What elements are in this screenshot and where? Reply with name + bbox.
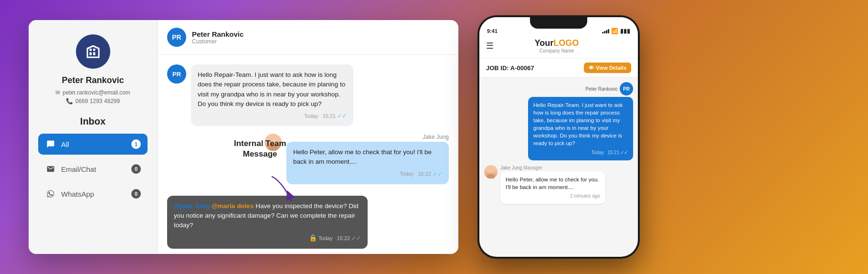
- bar4: [608, 29, 609, 33]
- bar2: [604, 31, 605, 33]
- inbox-items: All 1 Email/Chat 0: [38, 134, 148, 204]
- customer-msg-time: Today 15:21 ✓✓: [198, 112, 347, 120]
- internal-annotation: Internal Team Message: [234, 138, 286, 159]
- chat-contact-role: Customer: [192, 38, 243, 45]
- main-container: Peter Rankovic ✉ peter.rankovic@email.co…: [0, 0, 868, 274]
- phone-checkmark: ✓✓: [620, 149, 628, 156]
- whatsapp-icon: [45, 188, 56, 200]
- internal-msg-time: 🔒 Today 15:22 ✓✓: [174, 233, 361, 243]
- phone-pr-badge: PR: [620, 82, 633, 95]
- phone-messages: Peter Rankovic PR Hello Repair-Team. I j…: [479, 77, 638, 240]
- all-label: All: [61, 140, 127, 148]
- agent-message: Jake Jung Hello Peter, allow me to check…: [286, 134, 449, 184]
- hamburger-icon[interactable]: ☰: [486, 41, 494, 51]
- contact-name: Peter Rankovic: [62, 75, 124, 85]
- phone-msg-sender-row: Peter Rankovic PR Hello Repair-Team. I j…: [484, 82, 633, 160]
- chat-contact-name: Peter Rankovic: [192, 30, 243, 38]
- email-icon: [45, 163, 56, 175]
- agent-sender: Jake Jung: [286, 134, 449, 140]
- building-icon: [85, 43, 102, 60]
- phone-agent-avatar: [484, 165, 498, 179]
- chat-messages: Internal Team Message PR: [158, 55, 458, 254]
- phone-agent-face: [484, 165, 498, 179]
- phone-agent-bubble: Hello Peter, allow me to check for you. …: [500, 171, 605, 204]
- lock-icon: 🔒: [309, 233, 317, 243]
- agent-message-row: Jake Jung Hello Peter, allow me to check…: [167, 134, 449, 184]
- whatsapp-label: WhatsApp: [61, 190, 127, 198]
- customer-message: Hello Repair-Team. I just want to ask ho…: [191, 64, 353, 126]
- phone-app-header: ☰ Your LOGO Company Name: [479, 34, 638, 59]
- chat-header: PR Peter Rankovic Customer: [158, 20, 458, 55]
- battery-icon: ▮▮▮: [620, 28, 630, 34]
- inbox-item-whatsapp[interactable]: WhatsApp 0: [38, 183, 148, 204]
- email-icon: ✉: [55, 89, 60, 96]
- phone-agent-sender: Jake Jung Manager: [500, 165, 605, 170]
- svg-point-2: [488, 167, 494, 173]
- checkmark-icon: ✓✓: [337, 112, 347, 120]
- phone-job-id: JOB ID: A-00067: [486, 64, 534, 72]
- contact-email: ✉ peter.rankovic@email.com: [55, 89, 130, 96]
- phone-agent-message: Jake Jung Manager Hello Peter, allow me …: [500, 165, 605, 204]
- signal-bars: [602, 29, 609, 33]
- view-details-button[interactable]: 👁 View Details: [584, 63, 631, 73]
- phone-customer-label: Peter Rankovic PR: [585, 82, 633, 95]
- internal-checkmark: ✓✓: [351, 234, 361, 242]
- eye-icon: 👁: [589, 65, 594, 71]
- phone-icon: 📞: [66, 98, 73, 105]
- chat-area: PR Peter Rankovic Customer Internal Team…: [158, 20, 458, 254]
- whatsapp-badge: 0: [131, 189, 141, 199]
- wifi-icon: 📶: [611, 28, 618, 34]
- phone-job-bar: JOB ID: A-00067 👁 View Details: [479, 59, 638, 77]
- inbox-item-email[interactable]: Email/Chat 0: [38, 158, 148, 179]
- phone-customer-time: Today 15:21 ✓✓: [533, 149, 628, 156]
- customer-bubble: Hello Repair-Team. I just want to ask ho…: [191, 64, 353, 126]
- agent-msg-time: Today 15:22 ✓✓: [293, 170, 442, 179]
- bar3: [606, 30, 607, 33]
- inbox-item-all[interactable]: All 1: [38, 134, 148, 155]
- phone-notch: [530, 15, 587, 29]
- desktop-panel: Peter Rankovic ✉ peter.rankovic@email.co…: [29, 20, 458, 254]
- agent-bubble: Hello Peter, allow me to check that for …: [286, 142, 449, 184]
- phone-agent-row: Jake Jung Manager Hello Peter, allow me …: [484, 165, 633, 204]
- contact-phone: 📞 0669 1293 48299: [66, 98, 120, 105]
- internal-message-row: @jake Jung @maria doles Have you inspect…: [167, 196, 449, 249]
- email-label: Email/Chat: [61, 165, 127, 173]
- phone-frame: 9:41 📶 ▮▮▮ ☰: [477, 15, 640, 259]
- chat-header-info: Peter Rankovic Customer: [192, 30, 243, 45]
- phone-status-right: 📶 ▮▮▮: [602, 20, 630, 34]
- chat-icon: [45, 138, 56, 150]
- bar1: [602, 32, 603, 33]
- contact-avatar: [76, 34, 110, 69]
- phone-company: Company Name: [535, 48, 579, 53]
- phone-agent-time: 2 minutes ago: [506, 193, 600, 200]
- svg-point-3: [487, 174, 495, 179]
- agent-checkmark: ✓✓: [433, 170, 442, 179]
- mobile-panel: 9:41 📶 ▮▮▮ ☰: [477, 15, 640, 259]
- sidebar: Peter Rankovic ✉ peter.rankovic@email.co…: [29, 20, 158, 254]
- customer-msg-avatar: PR: [167, 64, 186, 84]
- phone-logo: Your LOGO Company Name: [535, 38, 579, 53]
- chat-header-avatar: PR: [167, 28, 186, 47]
- inbox-title: Inbox: [80, 116, 106, 127]
- annotation-arrow: [267, 172, 306, 210]
- phone-time: 9:41: [487, 21, 498, 34]
- mention-maria: @maria doles: [212, 202, 255, 210]
- email-badge: 0: [131, 164, 141, 174]
- mention-jake: @jake Jung: [174, 202, 212, 210]
- phone-screen: 9:41 📶 ▮▮▮ ☰: [479, 17, 638, 257]
- customer-message-row: PR Hello Repair-Team. I just want to ask…: [167, 64, 449, 126]
- all-badge: 1: [131, 139, 141, 149]
- phone-customer-bubble: Hello Repair-Team. I just want to ask ho…: [528, 97, 633, 160]
